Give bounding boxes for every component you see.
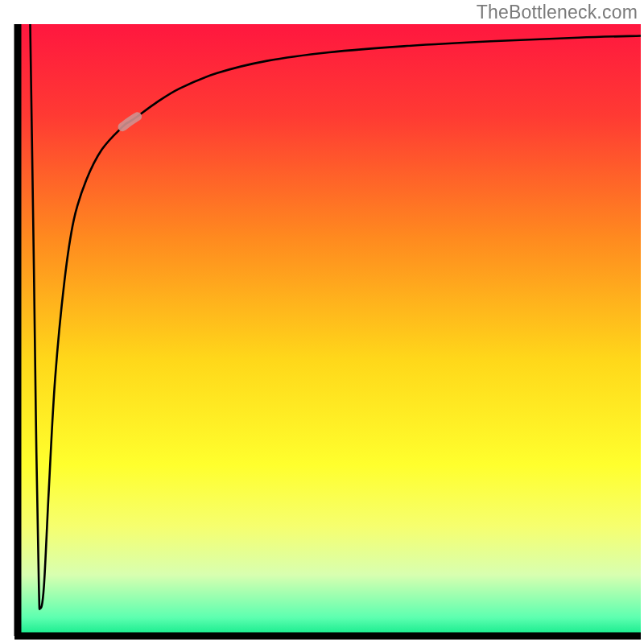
chart-svg xyxy=(0,0,644,644)
chart-container: TheBottleneck.com xyxy=(0,0,644,644)
watermark-text: TheBottleneck.com xyxy=(477,2,638,23)
chart-background-gradient xyxy=(18,24,641,636)
